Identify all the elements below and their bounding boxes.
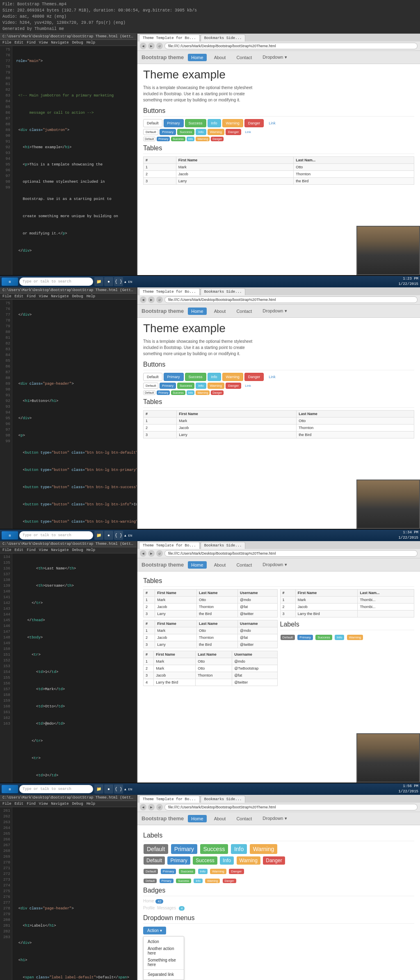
btn-success-md-1[interactable]: Success (177, 129, 194, 135)
start-button-1[interactable]: ⊞ (2, 278, 18, 286)
btn-link-lg-1[interactable]: Link (265, 119, 279, 127)
taskbar-search-1[interactable]: Type or talk to search (19, 278, 93, 286)
browser-tab-theme-4[interactable]: Theme Template for Bo... (139, 796, 200, 803)
back-button-3[interactable]: ◀ (140, 550, 146, 557)
dropdown-item-separated[interactable]: Separated link (144, 971, 184, 978)
btn-info-lg-1[interactable]: Info (208, 119, 221, 127)
btn-success-sm-1[interactable]: Success (171, 137, 185, 141)
btn-default-md-2[interactable]: Default (143, 383, 158, 389)
taskbar-icon-chrome-2[interactable]: ● (104, 531, 113, 540)
forward-button-4[interactable]: ▶ (148, 804, 155, 810)
btn-warning-md-2[interactable]: Warning (208, 383, 225, 389)
back-button-4[interactable]: ◀ (140, 804, 146, 810)
bs-nav-dropdown-4[interactable]: Dropdown ▾ (259, 815, 290, 822)
taskbar-search-3[interactable]: Type or talk to search (19, 785, 93, 793)
btn-warning-sm-1[interactable]: Warning (196, 137, 210, 141)
btn-primary-md-1[interactable]: Primary (160, 129, 176, 135)
btn-default-lg-1[interactable]: Default (143, 119, 162, 127)
browser-tab-bookmarks-1[interactable]: Bookmarks Side... (201, 34, 246, 41)
browser-tab-theme-1[interactable]: Theme Template for Bo... (139, 34, 200, 41)
btn-danger-sm-1[interactable]: Danger (211, 137, 224, 141)
bs-nav-about-4[interactable]: About (211, 815, 229, 822)
btn-link-2[interactable]: Link (265, 373, 279, 381)
bs-nav-home-1[interactable]: Home (188, 54, 206, 61)
btn-primary-2[interactable]: Primary (164, 373, 184, 381)
browser-tab-theme-2[interactable]: Theme Template for Bo... (139, 288, 200, 295)
start-button-3[interactable]: ⊞ (2, 785, 18, 793)
forward-button-2[interactable]: ▶ (148, 296, 155, 303)
taskbar-icon-chrome[interactable]: ● (104, 277, 113, 286)
btn-warning-lg-1[interactable]: Warning (222, 119, 243, 127)
bs-nav-contact-2[interactable]: Contact (233, 308, 255, 315)
btn-primary-lg-1[interactable]: Primary (164, 119, 184, 127)
taskbar-icon-brackets[interactable]: { } (114, 277, 123, 286)
bs-nav-contact-4[interactable]: Contact (233, 815, 255, 822)
btn-warning-sm-2[interactable]: Warning (196, 390, 210, 395)
btn-info-2[interactable]: Info (208, 373, 221, 381)
taskbar-icon-brackets-3[interactable]: { } (114, 785, 123, 794)
btn-info-md-2[interactable]: Info (196, 383, 206, 389)
btn-warning-md-1[interactable]: Warning (208, 129, 225, 135)
taskbar-icon-brackets-2[interactable]: { } (114, 531, 123, 540)
bs-nav-about-3[interactable]: About (211, 561, 229, 569)
btn-link-md-2[interactable]: Link (242, 383, 253, 389)
forward-button-3[interactable]: ▶ (148, 550, 155, 557)
bs-nav-home-3[interactable]: Home (188, 561, 206, 569)
btn-default-sm-2[interactable]: Default (143, 390, 155, 395)
btn-success-sm-2[interactable]: Success (171, 390, 185, 395)
dropdown-action-btn-4[interactable]: Action ▾ (143, 927, 166, 934)
bs-nav-about-1[interactable]: About (211, 54, 229, 61)
btn-warning-2[interactable]: Warning (222, 373, 243, 381)
reload-button-2[interactable]: ↺ (156, 296, 163, 303)
bs-nav-about-2[interactable]: About (211, 308, 229, 315)
address-bar-3[interactable]: file:///C:/Users/Mark/Desktop/Bootstrap/… (164, 550, 418, 557)
browser-tab-bookmarks-3[interactable]: Bookmarks Side... (201, 542, 246, 549)
taskbar-search-2[interactable]: Type or talk to search (19, 531, 93, 539)
dropdown-item-something[interactable]: Something else here (144, 957, 184, 968)
reload-button-4[interactable]: ↺ (156, 804, 163, 810)
btn-primary-sm-2[interactable]: Primary (157, 390, 170, 395)
back-button-2[interactable]: ◀ (140, 296, 146, 303)
btn-danger-sm-2[interactable]: Danger (211, 390, 224, 395)
btn-info-sm-2[interactable]: Info (187, 390, 195, 395)
btn-danger-md-1[interactable]: Danger (226, 129, 241, 135)
reload-button-3[interactable]: ↺ (156, 550, 163, 557)
browser-tab-theme-3[interactable]: Theme Template for Bo... (139, 542, 200, 549)
btn-danger-lg-1[interactable]: Danger (244, 119, 264, 127)
bs-nav-home-4[interactable]: Home (188, 815, 206, 822)
btn-danger-md-2[interactable]: Danger (226, 383, 241, 389)
btn-info-sm-1[interactable]: Info (187, 137, 195, 141)
dropdown-item-action[interactable]: Action (144, 938, 184, 945)
bs-nav-home-2[interactable]: Home (188, 308, 206, 315)
btn-primary-sm-1[interactable]: Primary (157, 137, 170, 141)
address-bar-1[interactable]: file:///C:/Users/Mark/Desktop/Bootstrap/… (164, 43, 418, 49)
btn-default-2[interactable]: Default (143, 373, 162, 381)
bs-nav-dropdown-1[interactable]: Dropdown ▾ (259, 53, 290, 61)
btn-primary-md-2[interactable]: Primary (160, 383, 176, 389)
dropdown-item-another[interactable]: Another action here (144, 945, 184, 957)
back-button-1[interactable]: ◀ (140, 43, 146, 49)
taskbar-icon-explorer-2[interactable]: 📁 (94, 531, 103, 540)
bs-nav-contact-1[interactable]: Contact (233, 54, 255, 61)
taskbar-icon-explorer-3[interactable]: 📁 (94, 785, 103, 794)
bs-nav-contact-3[interactable]: Contact (233, 561, 255, 569)
btn-link-md-1[interactable]: Link (242, 129, 253, 135)
forward-button-1[interactable]: ▶ (148, 43, 155, 49)
browser-tab-bookmarks-2[interactable]: Bookmarks Side... (201, 288, 246, 295)
taskbar-icon-explorer[interactable]: 📁 (94, 277, 103, 286)
btn-default-md-1[interactable]: Default (143, 129, 158, 135)
browser-tab-bookmarks-4[interactable]: Bookmarks Side... (201, 796, 246, 803)
address-bar-4[interactable]: file:///C:/Users/Mark/Desktop/Bootstrap/… (164, 804, 418, 810)
btn-default-sm-1[interactable]: Default (143, 137, 155, 141)
address-bar-2[interactable]: file:///C:/Users/Mark/Desktop/Bootstrap/… (164, 296, 418, 303)
btn-success-2[interactable]: Success (185, 373, 206, 381)
taskbar-icon-chrome-3[interactable]: ● (104, 785, 113, 794)
btn-info-md-1[interactable]: Info (196, 129, 206, 135)
bs-nav-dropdown-2[interactable]: Dropdown ▾ (259, 307, 290, 315)
btn-success-md-2[interactable]: Success (177, 383, 194, 389)
reload-button-1[interactable]: ↺ (156, 43, 163, 49)
btn-success-lg-1[interactable]: Success (185, 119, 206, 127)
start-button-2[interactable]: ⊞ (2, 531, 18, 539)
bs-nav-dropdown-3[interactable]: Dropdown ▾ (259, 561, 290, 569)
btn-danger-2[interactable]: Danger (244, 373, 264, 381)
